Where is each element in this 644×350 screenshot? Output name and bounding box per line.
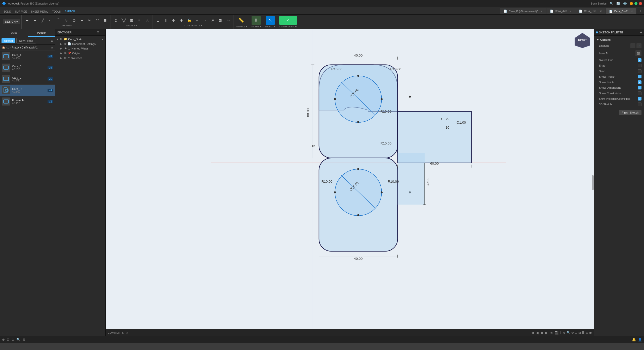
new-tab-btn[interactable]: + (637, 8, 644, 14)
fillet-btn[interactable]: ⌐ (78, 17, 85, 24)
snap-checkbox[interactable] (638, 64, 641, 67)
lp-tab-data[interactable]: Data (0, 29, 28, 37)
nav-prev-icon[interactable]: ◀ (536, 331, 539, 335)
tree-eye-icon[interactable]: 👁 (64, 52, 67, 55)
modify-btn1[interactable]: ⊘ (112, 17, 119, 24)
tree-options-icon[interactable]: ● (102, 38, 103, 40)
constraints-btn7[interactable]: ○ (201, 17, 208, 24)
browser-item-origin[interactable]: ▶ 👁 📌 Origin (55, 51, 105, 56)
file-item-cara-b[interactable]: Cara_B 4/13/21 V5 (0, 62, 55, 73)
sketch-grid-checkbox[interactable]: ✓ (638, 58, 641, 62)
insert-btn[interactable]: ⬇ (252, 16, 261, 25)
viewcube[interactable]: RIGHT (574, 32, 591, 49)
file-item-ensamble[interactable]: Ensamble 4/14/21 V2 (0, 96, 55, 107)
insert-label[interactable]: INSERT ▾ (251, 25, 261, 28)
nav-first-icon[interactable]: ⏮ (531, 331, 534, 335)
status-icon-1[interactable]: ⊕ (2, 338, 5, 341)
file-tab-cara-b[interactable]: 📄 Cara_B (v5-recovered)* ✕ (500, 8, 546, 14)
settings-icon[interactable]: ⚙️ (623, 2, 627, 5)
maximize-btn[interactable] (634, 2, 637, 5)
tab-close[interactable]: ✕ (570, 10, 572, 13)
tree-eye-icon[interactable]: 👁 (64, 47, 67, 50)
tab-sketch[interactable]: SKETCH (63, 9, 77, 14)
file-item-cara-c[interactable]: Cara_C 4/13/21 V5 (0, 73, 55, 85)
modify-btn5[interactable]: △ (144, 17, 151, 24)
nav-next-icon[interactable]: ▶ (545, 331, 548, 335)
constraints-btn5[interactable]: 🔒 (186, 17, 193, 24)
status-icon-4[interactable]: 🔍 (16, 338, 20, 341)
refresh-icon[interactable]: 🔄 (616, 2, 620, 5)
linetype-btn1[interactable]: — (630, 43, 635, 48)
tab-close[interactable]: ✕ (541, 10, 543, 13)
modify-btn3[interactable]: ⊡ (128, 17, 135, 24)
inspect-btn[interactable]: 📏 (237, 16, 246, 25)
create-label[interactable]: CREATE ▾ (61, 24, 72, 27)
settings-gear-icon[interactable]: ⚙ (51, 39, 54, 43)
select-label[interactable]: SELECT ▾ (265, 25, 275, 28)
file-tab-cara-av8[interactable]: 📄 Cara_Av8 ✕ (546, 8, 576, 14)
show-profile-checkbox[interactable]: ✓ (638, 75, 641, 78)
browser-collapse-icon[interactable]: ⊟ (97, 31, 99, 34)
palette-collapse-icon[interactable]: ◀ (640, 31, 642, 34)
modify-btn4[interactable]: ⌗ (136, 17, 143, 24)
tree-eye-icon[interactable]: 👁 (64, 57, 67, 60)
show-points-checkbox[interactable]: ✓ (638, 80, 641, 84)
show-dimensions-checkbox[interactable]: ✓ (638, 86, 641, 89)
palette-options-title[interactable]: ▼ Options (594, 37, 644, 42)
view-ctrl-3[interactable]: ⊙ (571, 331, 574, 334)
mirror-btn[interactable]: ⊟ (102, 17, 109, 24)
constraints-btn4[interactable]: ⊕ (178, 17, 185, 24)
finish-sketch-palette-btn[interactable]: Finish Sketch (619, 110, 641, 115)
tab-sheet-metal[interactable]: SHEET METAL (29, 9, 50, 14)
design-dropdown[interactable]: DESIGN ▾ (2, 15, 22, 29)
trim-btn[interactable]: ✂ (86, 17, 93, 24)
tree-eye-icon[interactable]: 👁 (60, 38, 63, 41)
lp-tab-people[interactable]: People (28, 29, 55, 37)
polygon-btn[interactable]: ⬡ (70, 17, 77, 24)
undo-btn[interactable]: ↩ (24, 17, 31, 24)
nav-record-icon[interactable]: ⏺ (540, 331, 544, 335)
file-item-cara-a[interactable]: Cara_A 4/14/21 V8 (0, 51, 55, 62)
new-folder-btn[interactable]: New Folder (16, 38, 36, 43)
breadcrumb-settings-icon[interactable]: ⚙ (51, 46, 53, 49)
show-projected-checkbox[interactable]: ✓ (638, 97, 641, 101)
nav-last-icon[interactable]: ⏭ (549, 331, 553, 335)
file-tab-cara-cv5[interactable]: 📄 Cara_C v5 ✕ (575, 8, 606, 14)
user-icon[interactable]: 👤 (638, 338, 642, 341)
lookat-btn[interactable]: ⊡ (635, 50, 641, 56)
redo-btn[interactable]: ↪ (31, 17, 38, 24)
search-icon[interactable]: 🔍 (610, 2, 613, 5)
constraints-btn2[interactable]: ∥ (162, 17, 169, 24)
file-tab-cara-dv4[interactable]: 📄 Cara_D v4* ✕ (606, 8, 637, 14)
browser-item-doc-settings[interactable]: ▶ 👁 📄 Document Settings (55, 41, 105, 46)
constraints-btn10[interactable]: ⇔ (225, 17, 232, 24)
inspect-label[interactable]: INSPECT ▾ (235, 25, 247, 28)
view-ctrl-8[interactable]: ◉ (589, 331, 592, 334)
browser-more-icon[interactable]: ⋮ (101, 31, 103, 34)
nav-mode-icon[interactable]: 🎬 (554, 331, 559, 335)
status-icon-3[interactable]: ⊙ (12, 338, 14, 341)
3d-sketch-checkbox[interactable] (638, 103, 641, 106)
comments-more-icon[interactable]: ⋮ (131, 331, 133, 334)
select-btn[interactable]: ↖ (266, 16, 275, 25)
constraints-btn8[interactable]: ↗ (209, 17, 216, 24)
notification-icon[interactable]: 🔔 (632, 338, 636, 341)
upload-btn[interactable]: Upload (2, 38, 15, 43)
view-ctrl-1[interactable]: ⊕ (563, 331, 566, 334)
view-ctrl-6[interactable]: ☰ (582, 331, 585, 334)
browser-item-named-views[interactable]: ▶ 👁 🗂 Named Views (55, 46, 105, 51)
home-icon[interactable]: 🏠 (2, 46, 5, 49)
tab-solid[interactable]: SOLID (2, 9, 13, 14)
constraints-btn6[interactable]: △ (193, 17, 200, 24)
nav-timeline[interactable]: ⏮ ◀ ⏺ ▶ ⏭ 🎬 | (531, 331, 561, 335)
view-ctrl-7[interactable]: ⊞ (586, 331, 588, 334)
spline-btn[interactable]: ∿ (63, 17, 70, 24)
constraints-btn9[interactable]: ⊡ (217, 17, 224, 24)
arc-btn[interactable]: ⌒ (55, 17, 62, 24)
tree-eye-icon[interactable]: 👁 (64, 42, 67, 45)
view-ctrl-4[interactable]: ⊡ (575, 331, 577, 334)
canvas-area[interactable]: 40.00 88.00 R10.00 R10.00 R10.00 R10.00 … (106, 29, 594, 336)
status-icon-2[interactable]: ⊡ (7, 338, 10, 341)
tab-surface[interactable]: SURFACE (14, 9, 28, 14)
constraints-label[interactable]: CONSTRAINTS ▾ (184, 24, 202, 27)
